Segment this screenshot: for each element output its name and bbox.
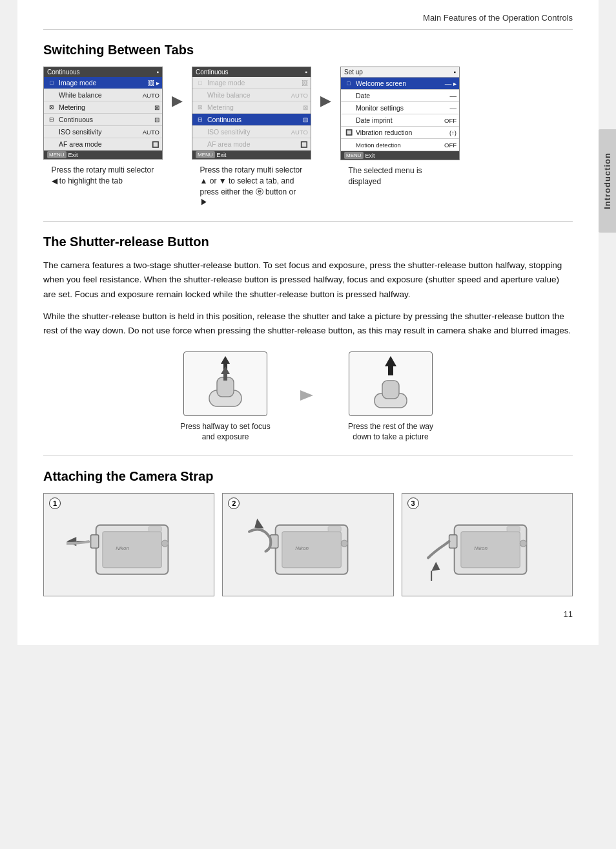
strap-step-1-number: 1: [49, 498, 61, 509]
cam-row: AF area mode 🔲: [192, 138, 311, 151]
row-icon: [195, 90, 205, 100]
svg-rect-30: [507, 527, 520, 532]
svg-text:Nikon: Nikon: [295, 545, 309, 551]
svg-marker-19: [254, 518, 263, 528]
cam-row: AF area mode 🔲: [44, 138, 162, 151]
shutter-full-diagram: [349, 351, 433, 416]
row-icon: ⊠: [46, 103, 57, 112]
row-icon: [195, 127, 205, 136]
cam-row: ⊟ Continuous ⊟: [192, 114, 311, 126]
shutter-button-section: The Shutter-release Button The camera fe…: [43, 235, 573, 443]
row-icon: ⊟: [195, 115, 205, 124]
row-icon: ⊠: [195, 103, 205, 112]
row-icon: ⊟: [46, 115, 57, 124]
cam-row: ⊠ Metering ⊠: [192, 101, 311, 114]
menu-screen-1-group: Continuous ▪ □ Image mode 🖼 ▸ White bala…: [43, 67, 163, 187]
shutter-halfway-caption: Press halfway to set focus and exposure: [180, 421, 271, 443]
row-icon: [46, 140, 57, 149]
screen3-title: Set up: [344, 68, 363, 76]
screen2-icon: ▪: [305, 68, 307, 76]
shutter-full-caption: Press the rest of the way down to take a…: [345, 421, 436, 443]
strap-step-3-number: 3: [407, 498, 419, 509]
screen3-icon: ▪: [453, 68, 456, 76]
menu-key: MENU: [344, 152, 364, 159]
footer-exit: Exit: [68, 152, 78, 158]
page-number: 11: [43, 609, 573, 619]
screen3-titlebar: Set up ▪: [341, 67, 459, 78]
row-icon: [344, 103, 354, 112]
screen3-footer: MENU Exit: [341, 151, 459, 160]
setup-row: Date ––: [341, 90, 459, 102]
camera-strap-section: Attaching the Camera Strap 1 Ni: [43, 469, 573, 596]
row-icon: [344, 116, 354, 125]
screen1-footer: MENU Exit: [44, 151, 162, 159]
svg-rect-22: [327, 527, 340, 532]
svg-rect-15: [149, 527, 161, 532]
screen1-titlebar: Continuous ▪: [44, 67, 162, 77]
screen1-icon: ▪: [156, 68, 159, 76]
shutter-halfway-item: Press halfway to set focus and exposure: [180, 351, 271, 443]
cam-screen-3: Set up ▪ □ Welcome screen –– ▸ Date ––: [340, 67, 460, 160]
screen2-body: □ Image mode 🖼 White balance AUTO ⊠ Mete…: [192, 77, 311, 151]
screen3-caption: The selected menu is displayed: [349, 165, 452, 187]
arrow-right-2: ▶: [320, 92, 331, 109]
arrow-right-1: ▶: [172, 92, 183, 109]
svg-point-14: [161, 540, 168, 547]
screen2-title: Continuous: [196, 68, 229, 76]
cam-row: ⊠ Metering ⊠: [44, 101, 162, 114]
strap-step-3-svg: Nikon: [411, 499, 564, 591]
screen2-footer: MENU Exit: [192, 151, 311, 159]
svg-text:Nikon: Nikon: [474, 545, 488, 551]
screen3-body: □ Welcome screen –– ▸ Date –– Monitor se…: [341, 78, 459, 151]
row-icon: [46, 127, 57, 136]
row-icon: 🔲: [344, 128, 354, 137]
svg-point-29: [520, 540, 526, 547]
strap-step-2-svg: Nikon: [232, 499, 385, 591]
menu-screens-row: Continuous ▪ □ Image mode 🖼 ▸ White bala…: [43, 67, 573, 208]
cam-row: □ Image mode 🖼: [192, 77, 311, 89]
strap-step-1-svg: Nikon: [52, 499, 205, 591]
menu-key: MENU: [196, 151, 215, 158]
screen1-caption: Press the rotary multi selector ◀ to hig…: [52, 165, 155, 187]
svg-point-21: [341, 540, 347, 547]
footer-exit: Exit: [365, 152, 375, 159]
strap-step-2: 2 Nikon: [222, 493, 393, 596]
shutter-halfway-svg: [190, 355, 261, 413]
shutter-full-svg: [355, 355, 426, 413]
row-icon: [344, 140, 354, 149]
shutter-button-title: The Shutter-release Button: [43, 235, 573, 249]
setup-row: Date imprint OFF: [341, 114, 459, 127]
page-header: Main Features of the Operation Controls: [43, 13, 573, 30]
cam-row: White balance AUTO: [44, 89, 162, 101]
menu-key: MENU: [47, 151, 67, 158]
footer-exit: Exit: [217, 152, 227, 158]
svg-rect-6: [382, 381, 399, 399]
shutter-arrow-icon: [296, 384, 320, 410]
camera-strap-title: Attaching the Camera Strap: [43, 469, 573, 484]
strap-step-3: 3 Nikon: [402, 493, 573, 596]
sidebar-introduction-tab: Introduction: [598, 129, 616, 233]
cam-screen-2: Continuous ▪ □ Image mode 🖼 White balanc…: [192, 67, 311, 160]
page-content: Main Features of the Operation Controls …: [17, 0, 599, 645]
screen2-titlebar: Continuous ▪: [192, 67, 311, 77]
screen1-title: Continuous: [47, 68, 80, 76]
svg-rect-10: [91, 535, 99, 548]
row-icon: [195, 140, 205, 149]
svg-marker-26: [431, 562, 440, 571]
menu-screen-2-group: Continuous ▪ □ Image mode 🖼 White balanc…: [192, 67, 311, 208]
strap-step-1: 1 Nikon: [43, 493, 214, 596]
cam-row: □ Image mode 🖼 ▸: [44, 77, 162, 89]
row-icon: [46, 90, 57, 100]
page-header-text: Main Features of the Operation Controls: [423, 13, 573, 23]
menu-screen-3-group: Set up ▪ □ Welcome screen –– ▸ Date ––: [340, 67, 460, 187]
svg-text:Nikon: Nikon: [116, 545, 129, 551]
setup-row: Monitor settings ––: [341, 102, 459, 114]
cam-screen-1: Continuous ▪ □ Image mode 🖼 ▸ White bala…: [43, 67, 163, 160]
setup-row: 🔲 Vibration reduction (↑): [341, 127, 459, 139]
section-divider-1: [43, 221, 573, 222]
setup-row: □ Welcome screen –– ▸: [341, 78, 459, 90]
page-number-text: 11: [564, 609, 573, 619]
svg-rect-17: [282, 532, 340, 568]
switching-tabs-section: Switching Between Tabs Continuous ▪ □ Im…: [43, 43, 573, 208]
shutter-full-item: Press the rest of the way down to take a…: [345, 351, 436, 443]
